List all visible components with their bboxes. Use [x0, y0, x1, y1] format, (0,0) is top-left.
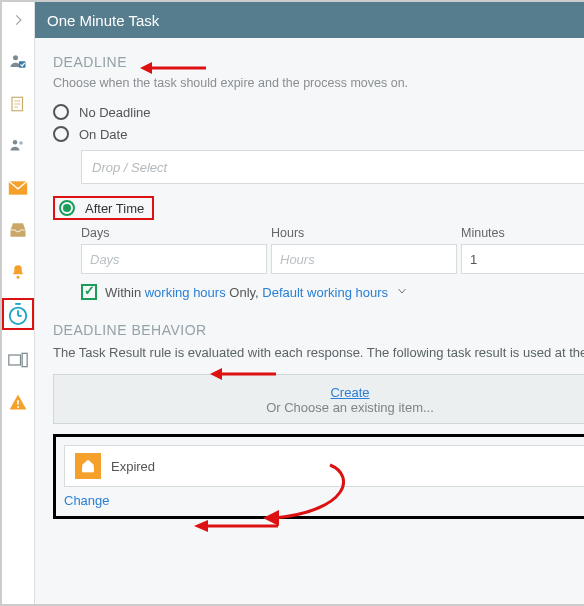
wh-prefix: Within [105, 285, 145, 300]
radio-on-date[interactable]: On Date [53, 126, 584, 142]
svg-point-7 [19, 141, 22, 144]
back-icon[interactable] [6, 8, 30, 32]
svg-rect-10 [15, 303, 21, 305]
bell-icon[interactable] [6, 260, 30, 284]
hours-label: Hours [271, 226, 457, 240]
expired-icon [75, 453, 101, 479]
svg-rect-17 [17, 406, 19, 408]
radio-icon [53, 126, 69, 142]
change-link[interactable]: Change [64, 493, 110, 508]
radio-icon-selected [59, 200, 75, 216]
expired-label: Expired [111, 459, 155, 474]
radio-after-time[interactable]: After Time [53, 196, 584, 220]
working-hours-checkbox[interactable] [81, 284, 97, 300]
svg-rect-14 [9, 355, 21, 365]
timer-icon[interactable] [6, 302, 30, 326]
chevron-down-icon[interactable] [396, 285, 408, 300]
default-working-hours-link[interactable]: Default working hours [262, 285, 388, 300]
svg-point-6 [13, 140, 18, 145]
radio-label: After Time [85, 201, 144, 216]
expired-card[interactable]: Expired [64, 445, 584, 487]
behavior-desc: The Task Result rule is evaluated with e… [53, 344, 584, 362]
deadline-heading: DEADLINE [53, 54, 584, 70]
svg-rect-15 [22, 353, 27, 366]
radio-label: No Deadline [79, 105, 151, 120]
page-title: One Minute Task [47, 12, 159, 29]
minutes-input[interactable] [461, 244, 584, 274]
wh-mid: Only, [226, 285, 263, 300]
svg-point-9 [17, 276, 20, 279]
timer-icon-highlight [2, 298, 34, 330]
mail-icon[interactable] [6, 176, 30, 200]
svg-rect-21 [83, 468, 94, 473]
radio-no-deadline[interactable]: No Deadline [53, 104, 584, 120]
users-icon[interactable] [6, 134, 30, 158]
existing-item-frame: Expired Change Edit... [53, 434, 584, 519]
radio-label: On Date [79, 127, 127, 142]
warning-icon[interactable] [6, 390, 30, 414]
minutes-label: Minutes [461, 226, 584, 240]
date-drop-select[interactable]: Drop / Select [81, 150, 584, 184]
user-check-icon[interactable] [6, 50, 30, 74]
sidebar [2, 2, 35, 604]
inbox-icon[interactable] [6, 218, 30, 242]
create-link[interactable]: Create [330, 385, 369, 400]
main-panel: One Minute Task + DEADLINE Choose when t… [35, 2, 584, 604]
working-hours-row: Within working hours Only, Default worki… [81, 284, 584, 300]
deadline-helper: Choose when the task should expire and t… [53, 76, 584, 90]
layout-icon[interactable] [6, 348, 30, 372]
working-hours-link[interactable]: working hours [145, 285, 226, 300]
behavior-heading: DEADLINE BEHAVIOR [53, 322, 584, 338]
drop-select-placeholder: Drop / Select [92, 160, 167, 175]
days-input[interactable] [81, 244, 267, 274]
titlebar: One Minute Task + [35, 2, 584, 38]
radio-icon [53, 104, 69, 120]
days-label: Days [81, 226, 267, 240]
svg-point-0 [13, 55, 18, 60]
create-box: Create Or Choose an existing item... [53, 374, 584, 424]
form-icon[interactable] [6, 92, 30, 116]
or-choose-text: Or Choose an existing item... [266, 400, 434, 415]
svg-rect-16 [17, 400, 19, 404]
hours-input[interactable] [271, 244, 457, 274]
